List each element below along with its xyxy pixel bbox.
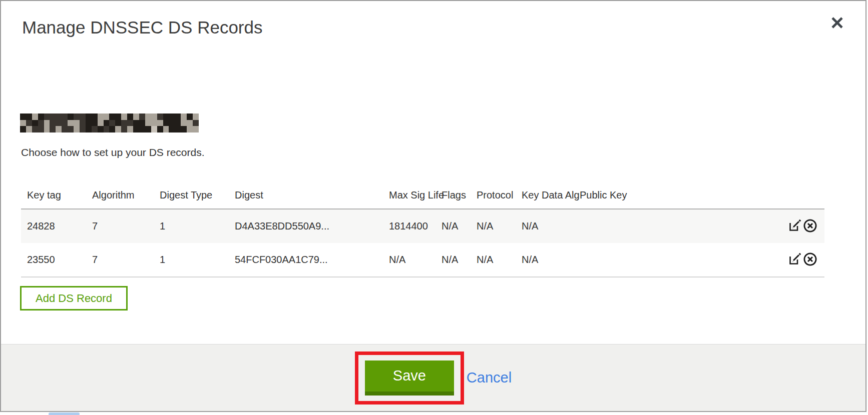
dialog-title: Manage DNSSEC DS Records — [22, 18, 262, 38]
cell-public-key — [574, 209, 684, 243]
col-header-key-tag: Key tag — [21, 181, 86, 209]
edit-record-button[interactable] — [788, 252, 802, 268]
add-ds-record-button[interactable]: Add DS Record — [20, 286, 128, 310]
col-header-algorithm: Algorithm — [86, 181, 154, 209]
cell-digest-type: 1 — [154, 243, 229, 277]
cell-flags: N/A — [436, 209, 471, 243]
col-header-protocol: Protocol — [471, 181, 516, 209]
table-row: 23550 7 1 54FCF030AA1C79... N/A N/A N/A … — [21, 243, 824, 277]
close-icon — [830, 16, 844, 30]
dialog-footer: Save Cancel — [1, 344, 865, 411]
cell-max-sig-life: 1814400 — [383, 209, 436, 243]
cell-public-key — [574, 243, 684, 277]
cell-actions — [684, 209, 824, 243]
cell-key-data-alg: N/A — [516, 209, 574, 243]
cell-max-sig-life: N/A — [383, 243, 436, 277]
cell-protocol: N/A — [471, 243, 516, 277]
save-button[interactable]: Save — [365, 360, 454, 396]
cell-algorithm: 7 — [86, 243, 154, 277]
edit-record-button[interactable] — [788, 218, 802, 234]
table-header-row: Key tag Algorithm Digest Type Digest Max… — [21, 181, 824, 209]
cell-actions — [684, 243, 824, 277]
cell-key-data-alg: N/A — [516, 243, 574, 277]
cell-digest-type: 1 — [154, 209, 229, 243]
edit-icon — [788, 218, 802, 232]
cell-protocol: N/A — [471, 209, 516, 243]
delete-record-button[interactable] — [803, 252, 817, 268]
cell-flags: N/A — [436, 243, 471, 277]
col-header-public-key: Public Key — [574, 181, 684, 209]
cell-digest: 54FCF030AA1C79... — [229, 243, 383, 277]
delete-icon — [803, 218, 817, 233]
cell-key-tag: 23550 — [21, 243, 86, 277]
col-header-actions — [684, 181, 824, 209]
delete-record-button[interactable] — [803, 218, 817, 234]
ds-records-table: Key tag Algorithm Digest Type Digest Max… — [21, 181, 824, 278]
cell-algorithm: 7 — [86, 209, 154, 243]
save-highlight-annotation: Save — [355, 352, 464, 404]
cell-key-tag: 24828 — [21, 209, 86, 243]
intro-text: Choose how to set up your DS records. — [21, 146, 205, 158]
close-button[interactable] — [828, 14, 845, 31]
table-row: 24828 7 1 D4A33E8DD550A9... 1814400 N/A … — [21, 209, 824, 243]
dnssec-dialog: Manage DNSSEC DS Records Choose how to s… — [0, 0, 866, 412]
col-header-max-sig-life: Max Sig Life — [383, 181, 436, 209]
background-page-element — [49, 412, 80, 415]
col-header-digest: Digest — [229, 181, 383, 209]
col-header-key-data-alg: Key Data Alg — [516, 181, 574, 209]
delete-icon — [803, 252, 817, 266]
redacted-domain-name — [20, 114, 199, 132]
col-header-digest-type: Digest Type — [154, 181, 229, 209]
cancel-link[interactable]: Cancel — [467, 370, 512, 386]
cell-digest: D4A33E8DD550A9... — [229, 209, 383, 243]
edit-icon — [788, 252, 802, 266]
